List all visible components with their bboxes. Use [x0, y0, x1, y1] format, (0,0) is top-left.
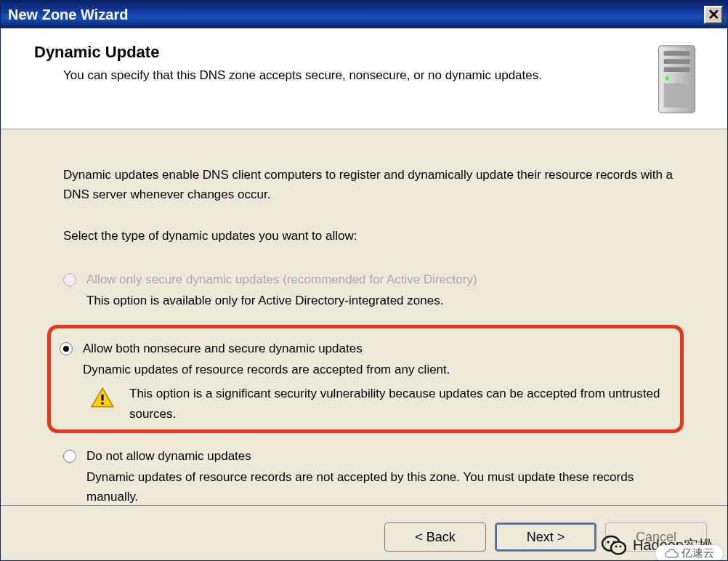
option-both-label: Allow both nonsecure and secure dynamic … [83, 339, 668, 358]
option-none-desc: Dynamic updates of resource records are … [86, 467, 684, 506]
wizard-header: Dynamic Update You can specify that this… [1, 28, 727, 129]
highlighted-option: Allow both nonsecure and secure dynamic … [47, 325, 684, 433]
warning-row: This option is a significant security vu… [83, 384, 668, 423]
option-both-desc: Dynamic updates of resource records are … [83, 360, 668, 379]
next-button[interactable]: Next > [495, 522, 596, 552]
svg-rect-2 [664, 51, 690, 56]
options-group: Allow only secure dynamic updates (recom… [63, 267, 684, 522]
svg-point-6 [665, 76, 669, 81]
window-title: New Zone Wizard [8, 7, 128, 23]
back-button[interactable]: < Back [384, 522, 486, 552]
title-bar: New Zone Wizard ✕ [1, 1, 727, 28]
svg-rect-7 [101, 395, 103, 401]
wizard-content: Dynamic updates enable DNS client comput… [1, 129, 727, 521]
prompt-text: Select the type of dynamic updates you w… [63, 226, 684, 246]
option-none[interactable]: Do not allow dynamic updates Dynamic upd… [63, 443, 684, 522]
svg-rect-5 [664, 84, 690, 108]
radio-both[interactable] [60, 342, 73, 355]
svg-rect-8 [101, 403, 103, 405]
radio-secure [63, 273, 76, 286]
option-both-warning: This option is a significant security vu… [129, 384, 668, 423]
option-both[interactable]: Allow both nonsecure and secure dynamic … [60, 336, 668, 424]
option-secure: Allow only secure dynamic updates (recom… [63, 267, 684, 325]
brand-badge: 亿速云 [655, 545, 723, 561]
close-button[interactable]: ✕ [704, 6, 723, 24]
svg-rect-4 [664, 67, 690, 72]
page-title: Dynamic Update [34, 43, 640, 62]
intro-text: Dynamic updates enable DNS client comput… [63, 165, 684, 204]
option-secure-label: Allow only secure dynamic updates (recom… [86, 270, 684, 289]
page-subtitle: You can specify that this DNS zone accep… [34, 66, 586, 85]
cloud-icon [664, 549, 679, 559]
radio-none[interactable] [63, 450, 76, 463]
option-secure-desc: This option is available only for Active… [86, 291, 684, 310]
footer-divider [1, 505, 727, 506]
option-none-label: Do not allow dynamic updates [86, 446, 684, 466]
server-icon [655, 43, 705, 116]
svg-rect-3 [664, 59, 690, 64]
close-icon: ✕ [708, 7, 720, 22]
warning-icon [90, 387, 115, 408]
